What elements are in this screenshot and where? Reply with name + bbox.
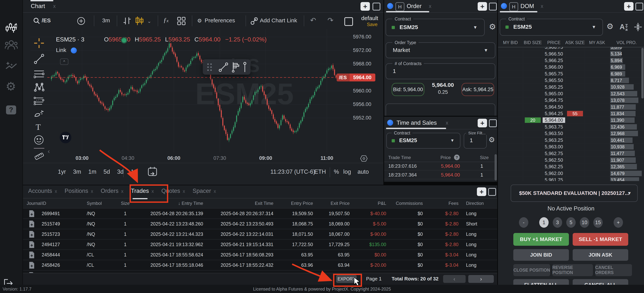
dom-row[interactable]: 5,966.505,134 [498,50,644,57]
dom-row[interactable]: 5,963.2510,441 [498,137,644,144]
tab-time-and-sales[interactable]: Time and Sales [396,119,437,126]
tab-order[interactable]: Order [407,3,422,9]
tab-accounts[interactable]: Accountsx [28,188,57,197]
dom-row[interactable]: 5,963.0010,938 [498,143,644,150]
qty-chip-15[interactable]: 15 [593,217,603,228]
range-5d[interactable]: 5d [104,168,110,175]
candle-style-icon[interactable] [135,16,144,25]
range-3m[interactable]: 3m [73,168,81,175]
qty-chip-3[interactable]: 3 [553,217,562,228]
export-button[interactable]: EXPORT [336,275,357,283]
dom-price-cell[interactable]: 5,965.25 [542,84,565,90]
table-row[interactable]: 2515723/NQ12025-04-22 13:21:44.3232025-0… [23,229,497,239]
dom-price-cell[interactable]: 5,964.00 [542,117,565,123]
qty-chip-10[interactable]: 10 [580,217,589,228]
go-to-date-icon[interactable] [148,167,157,176]
range-1m[interactable]: 1m [88,168,96,175]
save-layout-button[interactable]: Save [367,22,378,27]
dom-price-cell[interactable]: 5,961.75 [542,177,565,181]
dom-col-ask-size[interactable]: ASK SIZE [565,40,585,45]
journal-icon[interactable] [23,251,35,259]
community-nav-icon[interactable] [5,40,18,51]
dom-price-cell[interactable]: 5,966.25 [542,57,565,64]
table-row[interactable]: 2458444/CL12025-04-17 18:55:58.6242025-0… [23,250,497,260]
trendline-tool-icon[interactable] [34,54,44,64]
col-trade-time[interactable]: Trade Time [388,155,411,160]
legend-collapse-button[interactable]: ^ [60,58,68,65]
tab-close-icon[interactable]: x [91,189,93,194]
tab-dom[interactable]: DOM [520,3,534,9]
layout-name[interactable]: default [361,15,384,21]
legend-symbol[interactable]: ESM25 · 3 [56,36,84,43]
preferences-button[interactable]: Preferences [205,17,235,24]
dom-scrollbar[interactable] [641,48,644,98]
close-position-button[interactable]: CLOSE POSITION [513,264,550,276]
crosshair-tool-icon[interactable] [34,38,44,48]
dom-row[interactable]: 5,962.7511,477 [498,150,644,157]
add-chart-link-button[interactable]: Add Chart Link [260,17,297,24]
tns-row[interactable]: 18:23:07.6165,964.001 [384,162,497,171]
indicators-fx-icon[interactable]: ƒx [163,16,168,24]
brush-tool-icon[interactable] [34,110,44,118]
table-row[interactable]: 2458408/CL12025-04-17 18:55:11.7622025-0… [23,270,497,273]
undo-icon[interactable]: ↶ [310,16,316,24]
order-settings-icon[interactable]: ⚙ [489,23,496,31]
col-size[interactable]: Size [480,155,489,160]
dom-price-cell[interactable]: 5,966.00 [542,64,565,70]
dom-col-price[interactable]: PRICE [542,40,565,45]
join-bid-button[interactable]: JOIN BID [513,249,569,261]
bid-button[interactable]: Bid: 5,964.00 [392,83,424,96]
trades-add-panel-button[interactable]: + [477,187,486,196]
popup-vertical-line-icon[interactable] [243,62,247,72]
col-id[interactable]: ID [42,201,46,206]
order-link-dot[interactable] [387,3,393,9]
dom-row[interactable]: 5,965.0012,543 [498,90,644,97]
dom-price-cell[interactable]: 5,962.75 [542,150,565,157]
col-entry-time[interactable]: ↓ Entry Time [178,201,209,206]
insights-nav-icon[interactable] [5,60,17,71]
col-size[interactable]: Size [121,201,130,206]
tab-close-icon[interactable]: x [55,189,57,194]
dom-col-vol-pro-[interactable]: VOL PRO. [609,40,644,45]
cancel-orders-button[interactable]: CANCEL ORDERS [595,264,632,276]
tab-quotes[interactable]: Quotesx [161,188,185,197]
tab-trades[interactable]: Tradesx [131,188,154,197]
table-row[interactable]: 2515749/NQ12025-04-22 13:23:48.2602025-0… [23,219,497,229]
dom-tab-close-icon[interactable]: x [541,3,543,9]
session-label[interactable]: ETH [314,168,326,175]
tradingview-logo[interactable] [60,132,71,143]
journal-icon[interactable] [23,210,35,217]
dom-row[interactable]: 5,964.7513,078 [498,97,644,104]
dom-price-cell[interactable]: 5,962.00 [542,170,565,177]
qty-chip-1[interactable]: 1 [539,217,548,228]
dom-price-cell[interactable]: 5,963.50 [542,130,565,137]
dom-col-my-bid[interactable]: MY BID [498,40,523,45]
tab-positions[interactable]: Positionsx [64,188,93,197]
dom-row[interactable]: 205,964.0011,390 [498,117,644,124]
range-3d[interactable]: 3d [117,168,124,175]
journal-icon[interactable] [23,220,35,228]
time-axis[interactable]: 03:0004:3006:0007:3009:0011:00 [23,154,384,163]
interval-button[interactable]: 3m [102,17,110,24]
dom-row[interactable]: 5,965.756,989 [498,70,644,77]
trades-panel-checkbox[interactable] [488,188,496,196]
dom-row[interactable]: 5,962.0014,679 [498,170,644,177]
dom-price-cell[interactable]: 5,963.75 [542,124,565,130]
tab-close-icon[interactable]: x [183,189,185,194]
dom-row[interactable]: 5,962.2512,365 [498,163,644,170]
col-direction[interactable]: Direction [458,201,484,206]
settings-nav-icon[interactable]: ⚙ [6,81,16,92]
dom-row[interactable]: 5,966.006,969 [498,64,644,70]
dom-price-cell[interactable]: 5,965.00 [542,90,565,97]
qty-chip--[interactable]: - [519,217,528,228]
symbol-search-input[interactable]: /ES [42,17,51,24]
col-exit-time[interactable]: Exit Time [255,201,278,206]
auto-scale-button[interactable]: auto [358,168,369,175]
dom-price-cell[interactable]: 5,965.50 [542,77,565,84]
col-commissions[interactable]: Commissions [396,201,423,206]
horizontal-lines-tool-icon[interactable] [34,69,44,78]
search-icon[interactable] [34,18,40,24]
panel-checkbox[interactable] [372,3,380,10]
dom-link-dot[interactable] [501,3,507,9]
dom-price-cell[interactable]: 5,964.50 [542,104,565,110]
